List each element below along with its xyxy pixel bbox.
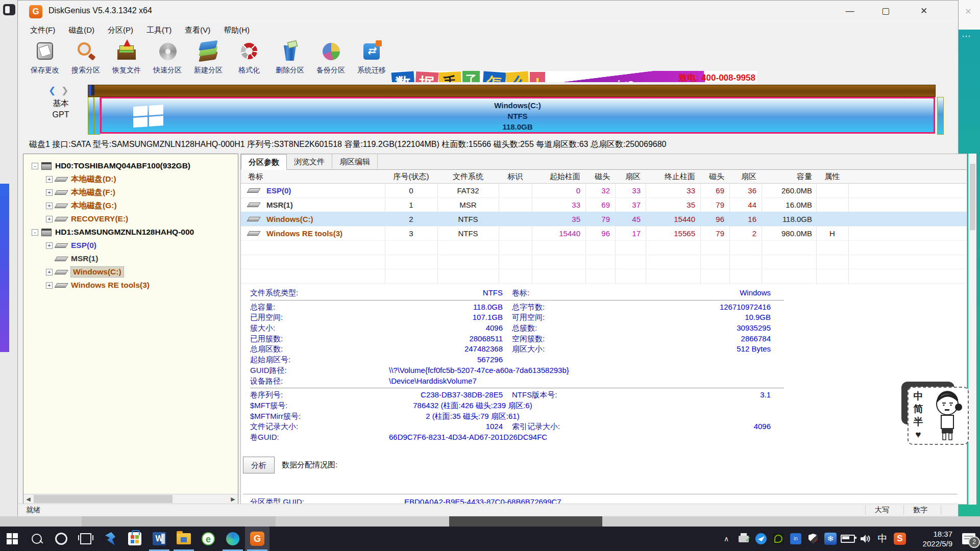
delete-partition-button[interactable]: 删除分区 [270, 39, 310, 80]
tree-item-windows-re[interactable]: + Windows RE tools(3) [23, 279, 238, 292]
taskbar-search-button[interactable] [24, 527, 49, 551]
next-disk-icon[interactable]: ❯ [61, 86, 68, 95]
tree-item-recovery-e[interactable]: + RECOVERY(E:) [23, 212, 238, 226]
nvidia-tray-icon[interactable] [770, 527, 787, 551]
table-row-msr[interactable]: MSR(1) 1MSR 336937 357944 16.0MB [241, 197, 967, 212]
expand-icon[interactable]: + [46, 203, 53, 209]
scroll-left-icon[interactable]: ◀ [23, 494, 33, 504]
taskbar-clock[interactable]: 18:37 2022/5/9 [909, 529, 958, 548]
analyze-button[interactable]: 分析 [243, 457, 275, 473]
partition-icon [54, 270, 68, 274]
table-row-esp[interactable]: ESP(0) 0FAT32 03233 336936 260.0MB [241, 183, 967, 198]
tray-expand-button[interactable]: ∧ [718, 527, 735, 551]
battery-tray-icon[interactable] [839, 527, 856, 551]
pinned-app-flash[interactable] [98, 527, 122, 551]
window-title: DiskGenius V5.4.3.1342 x64 [48, 6, 152, 15]
word-button[interactable]: W [147, 527, 172, 551]
tree-item-windows-c[interactable]: + Windows(C:) [23, 265, 238, 279]
ime-mascot-image [928, 388, 967, 443]
tree-item-msr[interactable]: MSR(1) [23, 252, 238, 265]
menu-tools[interactable]: 工具(T) [146, 26, 172, 35]
browser-360-button[interactable]: e [196, 527, 220, 551]
tree-item-local-f[interactable]: + 本地磁盘(F:) [23, 186, 238, 199]
panel-vertical-scrollbar[interactable] [968, 154, 976, 505]
tree-horizontal-scrollbar[interactable]: ◀ ▶ [23, 494, 238, 504]
menu-view[interactable]: 查看(V) [185, 26, 210, 35]
start-button[interactable] [0, 527, 24, 551]
expand-icon[interactable]: + [46, 242, 53, 249]
table-row-windows-re[interactable]: Windows RE tools(3) 3NTFS 154409617 1556… [241, 226, 967, 241]
printer-tray-icon[interactable]: ✓ [735, 527, 752, 551]
table-row-windows-c[interactable]: Windows(C:) 2NTFS 357945 154409616 118.0… [241, 212, 967, 227]
recovery-partition-bar[interactable] [937, 97, 944, 135]
esp-partition-bar[interactable] [88, 97, 94, 135]
disk-bar-msr-segment [91, 85, 94, 95]
task-view-button[interactable] [74, 527, 98, 551]
msr-partition-bar[interactable] [94, 97, 100, 135]
quick-partition-button[interactable]: 快速分区 [148, 39, 187, 80]
recover-files-icon [116, 41, 137, 62]
ime-floating-widget[interactable]: 中 简 半 ♥ [908, 387, 969, 445]
driver-app-tray-icon[interactable] [752, 527, 770, 551]
detail-tabs: 分区参数 浏览文件 扇区编辑 [241, 154, 967, 170]
tree-item-local-d[interactable]: + 本地磁盘(D:) [23, 172, 238, 186]
disk-mode-label: 基本 [40, 98, 81, 109]
whole-disk-bar[interactable] [88, 85, 936, 97]
disc-icon [157, 41, 178, 62]
title-bar[interactable]: G DiskGenius V5.4.3.1342 x64 — ▢ ✕ [18, 1, 958, 23]
menu-disk[interactable]: 磁盘(D) [68, 26, 94, 35]
cortana-button[interactable] [49, 527, 74, 551]
expand-icon[interactable]: + [46, 216, 53, 222]
tab-sector-edit[interactable]: 扇区编辑 [332, 154, 378, 169]
intel-tray-icon[interactable]: in [787, 527, 804, 551]
background-close-icon[interactable]: ✕ [963, 6, 974, 17]
format-button[interactable]: 格式化 [229, 39, 269, 80]
ime-indicator[interactable]: 中 [874, 527, 891, 551]
disk-info-line: 磁盘1 接口:SATA 型号:SAMSUNGMZNLN128HAHQ-000H1… [29, 139, 666, 150]
system-migrate-button[interactable]: 系统迁移 [352, 39, 391, 80]
maximize-button[interactable]: ▢ [870, 1, 901, 22]
minimize-button[interactable]: — [835, 1, 865, 22]
edge-button[interactable] [220, 527, 245, 551]
tab-browse-files[interactable]: 浏览文件 [287, 154, 332, 169]
close-button[interactable]: ✕ [909, 1, 939, 22]
expand-icon[interactable]: + [46, 189, 53, 196]
recover-files-button[interactable]: 恢复文件 [107, 39, 146, 80]
new-partition-button[interactable]: 新建分区 [188, 39, 228, 80]
save-changes-button[interactable]: 保存更改 [25, 39, 65, 80]
file-explorer-button[interactable] [172, 527, 196, 551]
expand-icon[interactable]: + [46, 282, 53, 289]
scroll-right-icon[interactable]: ▶ [228, 494, 238, 504]
prev-disk-icon[interactable]: ❮ [48, 86, 56, 95]
volume-tray-icon[interactable] [856, 527, 874, 551]
notification-center-button[interactable]: 2 [958, 527, 980, 551]
defender-tray-icon[interactable]: ✕ [804, 527, 822, 551]
tree-item-hd1[interactable]: - HD1:SAMSUNGMZNLN128HAHQ-000 [23, 226, 238, 239]
search-partition-button[interactable]: 搜索分区 [66, 39, 106, 80]
expand-icon[interactable]: + [46, 176, 53, 183]
collapse-icon[interactable]: - [32, 229, 38, 236]
backup-partition-button[interactable]: 备份分区 [311, 39, 351, 80]
menu-partition[interactable]: 分区(P) [108, 26, 133, 35]
menu-help[interactable]: 帮助(H) [224, 26, 250, 35]
tree-item-hd0[interactable]: - HD0:TOSHIBAMQ04ABF100(932GB) [23, 159, 238, 172]
disk-nav-arrows[interactable]: ❮ ❯ [48, 85, 68, 96]
tree-item-local-g[interactable]: + 本地磁盘(G:) [23, 199, 238, 212]
background-more-icon[interactable]: ⋯ [962, 31, 972, 42]
save-icon [35, 41, 55, 62]
diskgenius-icon: G [250, 532, 264, 546]
tab-partition-params[interactable]: 分区参数 [241, 154, 287, 170]
expand-icon[interactable]: + [46, 269, 53, 276]
background-window-icon[interactable] [3, 4, 15, 15]
collapse-icon[interactable]: - [32, 163, 38, 169]
snowflake-tray-icon[interactable]: ❄ [822, 527, 839, 551]
scrollbar-thumb[interactable] [970, 164, 975, 230]
tree-item-esp[interactable]: + ESP(0) [23, 239, 238, 252]
sogou-tray-icon[interactable]: S [891, 527, 909, 551]
scrollbar-thumb[interactable] [34, 495, 173, 503]
numlock-indicator: 数字 [903, 505, 945, 515]
windows-c-partition-bar[interactable]: Windows(C:) NTFS 118.0GB [100, 97, 935, 134]
menu-file[interactable]: 文件(F) [30, 26, 55, 35]
diskgenius-taskbar-button[interactable]: G [245, 527, 270, 551]
microsoft-store-button[interactable] [122, 527, 147, 551]
